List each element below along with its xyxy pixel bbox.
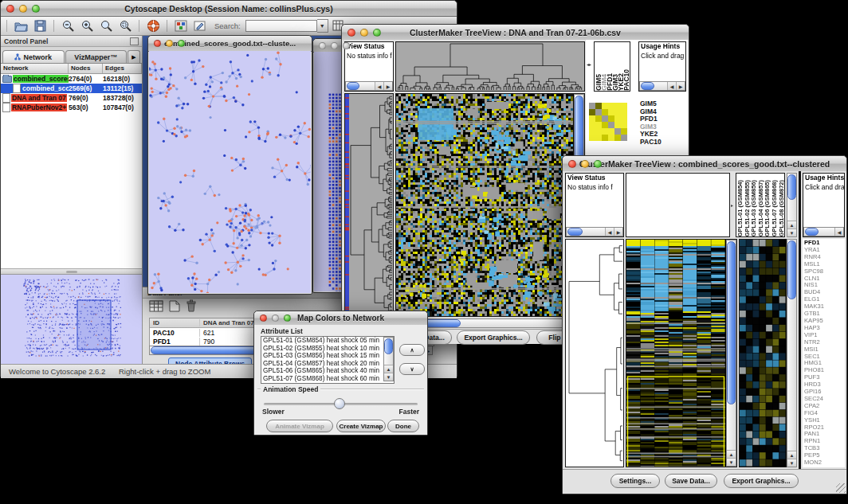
labels-vscrollbar[interactable]: ▲ ▼: [787, 173, 797, 237]
tab-vizmapper[interactable]: VizMapper™: [65, 50, 128, 63]
splitter-arrows-icon[interactable]: ◂▸: [587, 62, 591, 67]
more-tabs-button[interactable]: ▶: [128, 50, 140, 63]
close-button[interactable]: [319, 42, 326, 49]
splitter-arrows-icon[interactable]: ▸: [731, 203, 733, 208]
minimize-button[interactable]: [272, 315, 279, 322]
minimize-button[interactable]: [581, 160, 589, 168]
attribute-item[interactable]: GPL51-02 (GSM855) heat shock 10 min: [261, 345, 383, 353]
zoom-out-icon[interactable]: [60, 18, 76, 33]
treeview-combined-title-bar[interactable]: ClusterMaker TreeView : combined_scores_…: [563, 156, 846, 172]
resize-grip[interactable]: [836, 483, 846, 493]
network-list-row[interactable]: RNAPuberNov2+563(0)107847(0): [1, 103, 142, 112]
row-dendrogram[interactable]: [565, 239, 624, 467]
create-vizmap-button[interactable]: Create Vizmap: [336, 420, 386, 432]
open-file-icon[interactable]: [13, 18, 29, 33]
dialog-title-bar[interactable]: Map Colors to Network: [254, 311, 427, 326]
move-down-button[interactable]: ∨: [399, 363, 425, 375]
scroll-down-icon[interactable]: ▼: [787, 229, 796, 236]
usage-hints-hscrollbar[interactable]: ◀ ▶: [639, 81, 685, 91]
scroll-up-icon[interactable]: ▲: [727, 450, 736, 458]
delete-attribute-icon[interactable]: [186, 299, 197, 315]
network-title-bar[interactable]: combined_scores_good.txt--cluste...: [148, 36, 312, 52]
usage-hints-hscrollbar[interactable]: ◀: [803, 227, 844, 236]
zoom-button[interactable]: [343, 42, 350, 49]
zoom-button[interactable]: [178, 40, 185, 47]
attribute-item[interactable]: GPL51-03 (GSM856) heat shock 15 min: [261, 352, 383, 360]
scroll-right-icon[interactable]: ▶: [676, 82, 685, 90]
network-list-row[interactable]: combined_sco2569(6)13112(15): [1, 84, 142, 93]
attribute-item[interactable]: GPL51-07 (GSM868) heat shock 60 min: [261, 375, 383, 383]
scroll-left-icon[interactable]: ◀: [834, 228, 843, 236]
minimize-button[interactable]: [360, 29, 368, 37]
scroll-left-icon[interactable]: ◀: [605, 228, 614, 236]
birdseye-overview[interactable]: [1, 275, 142, 364]
node-attribute-browser-tab[interactable]: Node Attribute Brows: [168, 357, 252, 364]
id-column-header[interactable]: ID: [150, 319, 200, 326]
new-attribute-icon[interactable]: [169, 300, 180, 315]
scroll-up-icon[interactable]: ▲: [787, 451, 796, 459]
close-button[interactable]: [568, 160, 576, 168]
view-status-hscrollbar[interactable]: ◀ ▶: [345, 81, 393, 91]
vizmapper-icon[interactable]: [173, 18, 189, 33]
scroll-down-icon[interactable]: ▼: [727, 458, 736, 466]
column-dendrogram[interactable]: [395, 41, 585, 92]
settings-button[interactable]: Settings...: [610, 474, 660, 488]
animate-vizmap-button[interactable]: Animate Vizmap: [266, 420, 333, 432]
view-status-hscrollbar[interactable]: ◀ ▶: [566, 227, 623, 236]
attribute-item[interactable]: GPL51-01 (GSM854) heat shock 05 min: [261, 337, 383, 345]
zoom-button[interactable]: [373, 29, 381, 37]
search-dropdown-icon[interactable]: ▼: [317, 19, 328, 33]
network-list-row[interactable]: combined_scores2764(0)16218(0): [1, 74, 142, 84]
export-graphics-button[interactable]: Export Graphics...: [457, 330, 530, 345]
zoom-in-icon[interactable]: [79, 18, 95, 33]
network-canvas-area[interactable]: [149, 51, 311, 293]
scroll-left-icon[interactable]: ◀: [667, 82, 676, 90]
close-button[interactable]: [347, 29, 355, 37]
close-button[interactable]: [154, 40, 161, 47]
heatmap-dna[interactable]: ▲ ▼: [395, 93, 585, 317]
tab-network[interactable]: Network: [2, 50, 65, 63]
search-input[interactable]: [245, 20, 317, 32]
scroll-left-icon[interactable]: ◀: [375, 82, 383, 90]
annotation-icon[interactable]: [192, 18, 208, 33]
scroll-down-icon[interactable]: ▼: [384, 373, 393, 381]
animation-speed-slider[interactable]: [264, 398, 418, 409]
zoom-fit-icon[interactable]: [117, 18, 133, 33]
cluster-mini-heatmap[interactable]: [589, 103, 627, 141]
minimize-button[interactable]: [19, 5, 27, 13]
close-button[interactable]: [6, 5, 14, 13]
zoom-vscrollbar[interactable]: ▲ ▼: [787, 239, 797, 467]
float-panel-icon[interactable]: [130, 37, 139, 45]
save-data-button[interactable]: Save Data...: [665, 474, 717, 488]
network-list-row[interactable]: DNA and Tran 07769(0)183728(0): [1, 93, 142, 103]
zoom-button[interactable]: [32, 5, 40, 13]
treeview-dna-title-bar[interactable]: ClusterMaker TreeView : DNA and Tran 07-…: [342, 25, 689, 41]
attribute-item[interactable]: GPL51-06 (GSM865) heat shock 40 min: [261, 367, 383, 375]
row-dendrogram[interactable]: [344, 93, 394, 317]
move-up-button[interactable]: ∧: [399, 344, 425, 356]
done-button[interactable]: Done: [387, 420, 419, 432]
attribute-table-icon[interactable]: [149, 300, 163, 315]
save-session-icon[interactable]: [32, 18, 48, 33]
slider-thumb[interactable]: [334, 398, 345, 409]
help-lifering-icon[interactable]: [145, 18, 161, 33]
minimize-button[interactable]: [331, 42, 338, 49]
zoom-selected-icon[interactable]: [98, 18, 114, 33]
scroll-up-icon[interactable]: ▲: [787, 221, 796, 229]
panel-splitter[interactable]: [1, 269, 142, 275]
main-title-bar[interactable]: Cytoscape Desktop (Session Name: collins…: [1, 1, 457, 17]
attribute-item[interactable]: GPL51-04 (GSM857) heat shock 20 min: [261, 360, 383, 368]
scroll-right-icon[interactable]: ▶: [614, 228, 622, 236]
scroll-right-icon[interactable]: ▶: [383, 82, 392, 90]
zoom-button[interactable]: [594, 160, 602, 168]
export-graphics-button[interactable]: Export Graphics...: [724, 474, 799, 488]
close-button[interactable]: [260, 315, 267, 322]
attribute-list-vscrollbar[interactable]: ▲ ▼: [383, 337, 394, 381]
scroll-down-icon[interactable]: ▼: [787, 459, 796, 467]
zoom-button[interactable]: [284, 315, 291, 322]
heatmap-combined[interactable]: ▲ ▼: [626, 239, 737, 467]
heatmap-vscrollbar[interactable]: ▲ ▼: [726, 240, 736, 467]
scroll-up-icon[interactable]: ▲: [384, 365, 393, 373]
minimize-button[interactable]: [166, 40, 173, 47]
column-dendrogram[interactable]: [626, 173, 730, 237]
